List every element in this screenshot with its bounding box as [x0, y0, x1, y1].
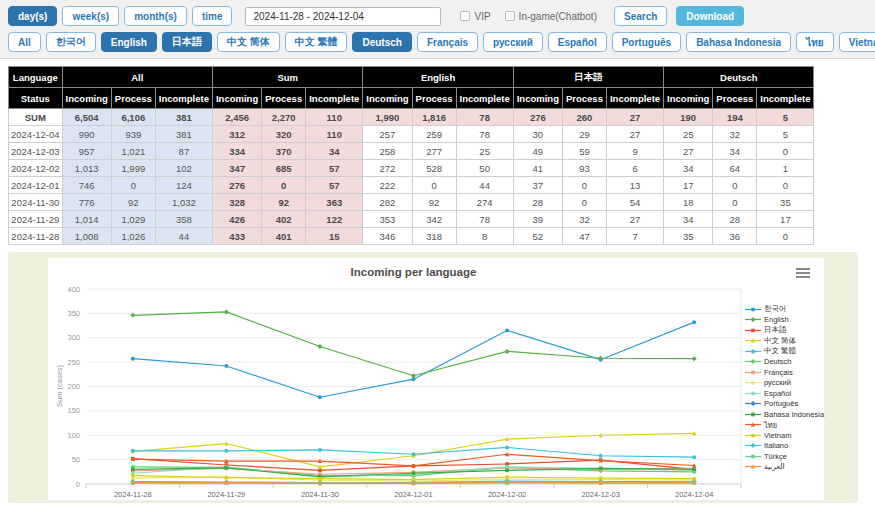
language-filter-button[interactable]: русский [483, 32, 543, 52]
date-range-input[interactable] [245, 7, 441, 26]
language-filter-button[interactable]: Deutsch [352, 32, 411, 52]
x-tick-label: 2024-12-02 [488, 490, 526, 499]
checkbox-box-icon[interactable] [460, 11, 470, 21]
value-cell: 0 [111, 177, 155, 194]
value-cell: 0 [757, 177, 814, 194]
value-cell: 57 [306, 160, 363, 177]
legend-item-10[interactable]: Bahasa Indonesia [745, 409, 824, 420]
legend-item-13[interactable]: Italiano [745, 441, 824, 452]
value-cell: 9 [606, 143, 663, 160]
value-cell: 27 [606, 109, 663, 126]
table-sub-header: Process [562, 88, 606, 109]
y-tick-label: 400 [67, 285, 80, 294]
value-cell: 122 [306, 211, 363, 228]
value-cell: 381 [155, 126, 212, 143]
language-filter-button[interactable]: ไทย [796, 32, 833, 52]
table-sub-header: Process [713, 88, 757, 109]
y-tick-label: 100 [67, 431, 80, 440]
row-label-cell: 2024-12-03 [9, 143, 63, 160]
language-filter-button[interactable]: Português [612, 32, 681, 52]
legend-item-11[interactable]: ไทย [745, 420, 824, 431]
value-cell: 258 [363, 143, 412, 160]
chart-panel: Incoming per language 050100150200250300… [8, 252, 858, 503]
value-cell: 346 [363, 228, 412, 245]
value-cell: 0 [562, 177, 606, 194]
language-filter-button[interactable]: English [101, 32, 157, 52]
value-cell: 27 [606, 126, 663, 143]
period-button-months[interactable]: month(s) [124, 6, 187, 26]
table-group-header: All [62, 67, 212, 88]
chart-legend: 한국어English日本語中文 简体中文 繁體DeutschFrançaisру… [745, 304, 824, 472]
checkbox-ingamechatbot[interactable]: In-game(Chatbot) [505, 11, 597, 22]
value-cell: 18 [664, 194, 713, 211]
value-cell: 6 [606, 160, 663, 177]
legend-item-3[interactable]: 中文 简体 [745, 336, 824, 347]
value-cell: 17 [757, 211, 814, 228]
legend-label: العربية [764, 462, 785, 471]
value-cell: 28 [713, 211, 757, 228]
row-label-cell: 2024-11-29 [9, 211, 63, 228]
legend-item-6[interactable]: Français [745, 367, 824, 378]
legend-item-9[interactable]: Português [745, 399, 824, 410]
value-cell: 28 [513, 194, 562, 211]
value-cell: 257 [363, 126, 412, 143]
legend-item-4[interactable]: 中文 繁體 [745, 346, 824, 357]
value-cell: 370 [262, 143, 306, 160]
legend-item-7[interactable]: русский [745, 378, 824, 389]
download-button[interactable]: Download [676, 6, 744, 26]
legend-marker-icon [745, 358, 761, 365]
legend-item-1[interactable]: English [745, 315, 824, 326]
value-cell: 1,026 [111, 228, 155, 245]
table-row: 2024-12-039571,0218733437034258277254959… [9, 143, 814, 160]
language-filter-button[interactable]: 中文 简体 [217, 32, 280, 52]
legend-label: English [764, 315, 789, 324]
value-cell: 0 [262, 177, 306, 194]
legend-item-0[interactable]: 한국어 [745, 304, 824, 315]
series-English [130, 309, 696, 378]
value-cell: 276 [513, 109, 562, 126]
legend-item-5[interactable]: Deutsch [745, 357, 824, 368]
x-tick-label: 2024-12-01 [394, 490, 432, 499]
value-cell: 353 [363, 211, 412, 228]
legend-item-2[interactable]: 日本語 [745, 325, 824, 336]
language-filter-button[interactable]: Vietnam [839, 32, 875, 52]
y-tick-label: 300 [67, 333, 80, 342]
language-filter-button[interactable]: Français [417, 32, 478, 52]
table-row: SUM6,5046,1063812,4562,2701101,9901,8167… [9, 109, 814, 126]
language-filter-button[interactable]: 한국어 [46, 32, 96, 52]
value-cell: 92 [412, 194, 456, 211]
language-filter-button[interactable]: 日本語 [162, 32, 212, 52]
period-button-group: day(s)week(s)month(s)time [8, 6, 232, 26]
legend-label: Español [764, 389, 791, 398]
table-sub-header: Incomplete [306, 88, 363, 109]
period-row: day(s)week(s)month(s)time VIPIn-game(Cha… [8, 6, 867, 26]
value-cell: 54 [606, 194, 663, 211]
legend-marker-icon [745, 400, 761, 407]
legend-item-14[interactable]: Türkçe [745, 451, 824, 462]
legend-item-12[interactable]: Vietnam [745, 430, 824, 441]
table-sub-header: Process [262, 88, 306, 109]
period-button-time[interactable]: time [192, 6, 233, 26]
table-row: 2024-11-30776921,03232892363282922742805… [9, 194, 814, 211]
value-cell: 746 [62, 177, 111, 194]
checkbox-vip[interactable]: VIP [460, 11, 490, 22]
value-cell: 222 [363, 177, 412, 194]
value-cell: 44 [155, 228, 212, 245]
value-cell: 2,456 [212, 109, 261, 126]
value-cell: 92 [262, 194, 306, 211]
value-cell: 78 [456, 126, 513, 143]
language-filter-button[interactable]: Bahasa Indonesia [686, 32, 791, 52]
value-cell: 5 [757, 109, 814, 126]
language-filter-button[interactable]: 中文 繁體 [285, 32, 348, 52]
value-cell: 15 [306, 228, 363, 245]
period-button-days[interactable]: day(s) [8, 6, 57, 26]
legend-item-15[interactable]: العربية [745, 462, 824, 473]
checkbox-box-icon[interactable] [505, 11, 515, 21]
language-filter-button[interactable]: All [8, 32, 41, 52]
period-button-weeks[interactable]: week(s) [62, 6, 119, 26]
search-button[interactable]: Search [614, 6, 667, 26]
chart-card: Incoming per language 050100150200250300… [48, 258, 824, 500]
language-filter-button[interactable]: Español [548, 32, 607, 52]
legend-label: Vietnam [764, 431, 791, 440]
legend-item-8[interactable]: Español [745, 388, 824, 399]
